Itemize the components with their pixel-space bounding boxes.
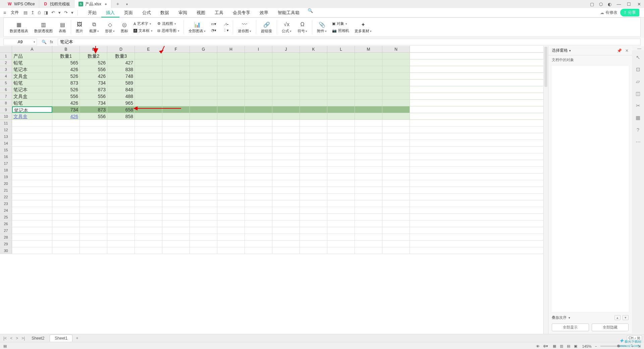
cell[interactable] — [272, 214, 300, 220]
vertical-scrollbar[interactable] — [543, 46, 548, 334]
cell[interactable] — [162, 220, 190, 227]
cell[interactable] — [52, 227, 80, 234]
cell[interactable]: 873 — [52, 80, 80, 86]
cell[interactable] — [135, 86, 162, 93]
tab-page[interactable]: 页面 — [119, 8, 138, 17]
preview-icon[interactable]: ◨ — [44, 10, 48, 15]
cell[interactable] — [190, 73, 217, 79]
cell[interactable] — [327, 167, 355, 173]
cell[interactable] — [272, 147, 300, 153]
wordart-button[interactable]: A艺术字▾ — [131, 20, 155, 27]
cell[interactable] — [272, 120, 300, 126]
cell[interactable] — [107, 173, 135, 180]
cell[interactable] — [245, 113, 272, 119]
cell[interactable] — [382, 133, 410, 140]
cell[interactable] — [135, 120, 162, 126]
cell[interactable] — [300, 59, 327, 66]
cell[interactable] — [355, 106, 382, 113]
stats-icon[interactable]: ▤ — [3, 344, 7, 348]
cell[interactable] — [190, 100, 217, 106]
cell[interactable] — [217, 207, 245, 213]
next-sheet-icon[interactable]: > — [14, 336, 19, 341]
cell[interactable] — [217, 140, 245, 146]
cell[interactable] — [272, 167, 300, 173]
cell[interactable]: 笔记本 — [12, 66, 52, 72]
row-header[interactable]: 23 — [0, 200, 12, 207]
cell[interactable] — [355, 173, 382, 180]
cell[interactable] — [12, 247, 52, 254]
cell[interactable] — [190, 194, 217, 200]
cell[interactable] — [300, 53, 327, 59]
tab-review[interactable]: 审阅 — [174, 8, 192, 17]
col-header[interactable]: F — [162, 46, 190, 52]
cell[interactable] — [52, 147, 80, 153]
cell[interactable] — [382, 194, 410, 200]
stack-icon[interactable]: ◫ — [636, 91, 640, 97]
cell[interactable] — [355, 207, 382, 213]
cell[interactable] — [80, 227, 107, 234]
hamburger-icon[interactable]: ≡ — [3, 10, 6, 15]
row-header[interactable]: 20 — [0, 180, 12, 187]
cell[interactable] — [135, 234, 162, 240]
cell[interactable] — [12, 220, 52, 227]
cell[interactable] — [52, 214, 80, 220]
cell[interactable] — [135, 247, 162, 254]
cell[interactable]: 556 — [80, 66, 107, 72]
cell[interactable] — [300, 93, 327, 99]
cell[interactable] — [300, 247, 327, 254]
cell[interactable] — [190, 133, 217, 140]
cell[interactable] — [382, 86, 410, 93]
cell[interactable] — [355, 53, 382, 59]
cell[interactable] — [52, 127, 80, 133]
cell[interactable] — [217, 180, 245, 187]
cell[interactable] — [245, 173, 272, 180]
cell[interactable]: 文具盒 — [12, 93, 52, 99]
pie-chart-button[interactable]: ◔▾ — [209, 28, 218, 33]
cell[interactable] — [190, 187, 217, 193]
cell[interactable] — [217, 241, 245, 247]
cell[interactable] — [107, 167, 135, 173]
cell[interactable] — [107, 200, 135, 207]
first-sheet-icon[interactable]: |< — [2, 336, 8, 341]
cell[interactable] — [355, 194, 382, 200]
cell[interactable] — [245, 234, 272, 240]
cell[interactable] — [217, 120, 245, 126]
row-header[interactable]: 2 — [0, 59, 12, 66]
cell[interactable] — [217, 53, 245, 59]
cell[interactable] — [382, 200, 410, 207]
cell[interactable] — [272, 127, 300, 133]
cell[interactable] — [12, 241, 52, 247]
row-header[interactable]: 8 — [0, 100, 12, 106]
cell[interactable]: 858 — [107, 113, 135, 119]
cell[interactable] — [80, 200, 107, 207]
cell[interactable] — [272, 100, 300, 106]
cell[interactable] — [327, 187, 355, 193]
cell[interactable] — [80, 153, 107, 160]
cell[interactable]: 556 — [80, 113, 107, 119]
cell[interactable] — [382, 140, 410, 146]
cell[interactable] — [135, 173, 162, 180]
avatar-icon[interactable]: ◐ — [605, 2, 614, 7]
more-icon[interactable]: ⋯ — [636, 139, 641, 145]
cell[interactable] — [300, 173, 327, 180]
cell[interactable] — [190, 59, 217, 66]
more-quick-icon[interactable]: ▾ — [71, 10, 73, 15]
cell[interactable] — [107, 140, 135, 146]
cell[interactable] — [190, 200, 217, 207]
cell[interactable] — [245, 241, 272, 247]
row-header[interactable]: 16 — [0, 153, 12, 160]
cell[interactable] — [217, 100, 245, 106]
cell[interactable] — [245, 247, 272, 254]
cell[interactable] — [162, 73, 190, 79]
cell[interactable] — [382, 220, 410, 227]
cell[interactable] — [52, 247, 80, 254]
cell[interactable]: 848 — [107, 86, 135, 93]
cell[interactable] — [300, 241, 327, 247]
cell[interactable] — [162, 207, 190, 213]
camera-button[interactable]: 📷照相机 — [330, 28, 351, 34]
cell[interactable] — [80, 234, 107, 240]
hide-all-button[interactable]: 全部隐藏 — [592, 323, 629, 331]
cell[interactable] — [245, 120, 272, 126]
cell[interactable] — [80, 194, 107, 200]
cell[interactable]: 笔记本 — [12, 106, 52, 113]
